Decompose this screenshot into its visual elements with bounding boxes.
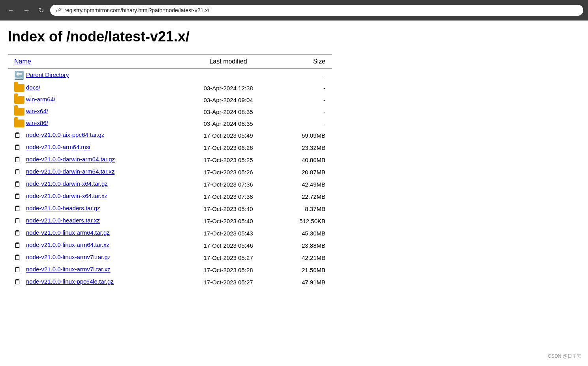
file-name-cell: 🔙Parent Directory xyxy=(8,69,179,82)
file-name-cell: win-x86/ xyxy=(8,118,179,129)
back-button[interactable]: ← xyxy=(5,5,17,16)
table-row: 🗒node-v21.0.0-aix-ppc64.tar.gz17-Oct-202… xyxy=(8,129,332,142)
file-size-cell: - xyxy=(278,82,332,94)
file-name-cell: 🗒node-v21.0.0-linux-armv7l.tar.xz xyxy=(8,264,179,276)
file-modified-cell: 03-Apr-2024 08:35 xyxy=(179,118,278,129)
forward-button[interactable]: → xyxy=(21,5,32,16)
parent-dir-icon: 🔙 xyxy=(14,71,26,80)
table-row: win-arm64/03-Apr-2024 09:04- xyxy=(8,94,332,106)
file-link[interactable]: node-v21.0.0-headers.tar.xz xyxy=(26,217,100,224)
file-modified-cell: 17-Oct-2023 05:49 xyxy=(179,129,278,142)
file-link[interactable]: node-v21.0.0-headers.tar.gz xyxy=(26,205,100,212)
file-name-cell: 🗒node-v21.0.0-darwin-x64.tar.xz xyxy=(8,190,179,203)
table-row: 🗒node-v21.0.0-linux-armv7l.tar.gz17-Oct-… xyxy=(8,252,332,264)
file-link[interactable]: win-x86/ xyxy=(26,120,48,126)
file-size-cell: 8.37MB xyxy=(278,203,332,215)
table-row: 🗒node-v21.0.0-headers.tar.xz17-Oct-2023 … xyxy=(8,215,332,227)
file-link[interactable]: win-arm64/ xyxy=(26,96,55,103)
file-modified-cell: 03-Apr-2024 09:04 xyxy=(179,94,278,106)
col-header-name: Name xyxy=(8,55,179,69)
file-link[interactable]: docs/ xyxy=(26,84,40,91)
table-row: win-x86/03-Apr-2024 08:35- xyxy=(8,118,332,129)
file-modified-cell: 17-Oct-2023 05:40 xyxy=(179,215,278,227)
url-text: registry.npmmirror.com/binary.html?path=… xyxy=(64,7,209,13)
table-row: 🗒node-v21.0.0-darwin-x64.tar.xz17-Oct-20… xyxy=(8,190,332,203)
file-link[interactable]: node-v21.0.0-linux-armv7l.tar.gz xyxy=(26,254,111,261)
file-name-cell: 🗒node-v21.0.0-linux-arm64.tar.xz xyxy=(8,239,179,252)
file-link[interactable]: node-v21.0.0-linux-armv7l.tar.xz xyxy=(26,266,110,273)
file-name-cell: docs/ xyxy=(8,82,179,94)
file-icon: 🗒 xyxy=(14,217,26,225)
file-icon: 🗒 xyxy=(14,180,26,189)
file-name-cell: win-x64/ xyxy=(8,106,179,118)
col-header-size: Size xyxy=(278,55,332,69)
file-size-cell: 47.91MB xyxy=(278,276,332,288)
file-modified-cell: 17-Oct-2023 05:25 xyxy=(179,154,278,166)
table-row: win-x64/03-Apr-2024 08:35- xyxy=(8,106,332,118)
file-size-cell: - xyxy=(278,69,332,82)
table-row: 🗒node-v21.0.0-linux-ppc64le.tar.gz17-Oct… xyxy=(8,276,332,288)
file-icon: 🗒 xyxy=(14,254,26,262)
file-modified-cell: 17-Oct-2023 07:36 xyxy=(179,178,278,190)
table-row: 🗒node-v21.0.0-darwin-arm64.tar.xz17-Oct-… xyxy=(8,166,332,178)
table-row: 🗒node-v21.0.0-linux-arm64.tar.xz17-Oct-2… xyxy=(8,239,332,252)
file-icon: 🗒 xyxy=(14,266,26,274)
file-size-cell: 23.88MB xyxy=(278,239,332,252)
table-row: 🗒node-v21.0.0-darwin-x64.tar.gz17-Oct-20… xyxy=(8,178,332,190)
file-name-cell: 🗒node-v21.0.0-darwin-arm64.tar.gz xyxy=(8,154,179,166)
file-link[interactable]: node-v21.0.0-linux-ppc64le.tar.gz xyxy=(26,278,114,285)
table-row: 🗒node-v21.0.0-linux-armv7l.tar.xz17-Oct-… xyxy=(8,264,332,276)
file-link[interactable]: node-v21.0.0-darwin-arm64.tar.xz xyxy=(26,168,115,175)
file-name-cell: 🗒node-v21.0.0-headers.tar.xz xyxy=(8,215,179,227)
file-size-cell: 40.80MB xyxy=(278,154,332,166)
table-row: docs/03-Apr-2024 12:38- xyxy=(8,82,332,94)
file-icon: 🗒 xyxy=(14,205,26,213)
table-row: 🗒node-v21.0.0-darwin-arm64.tar.gz17-Oct-… xyxy=(8,154,332,166)
folder-icon xyxy=(14,120,26,127)
name-sort-link[interactable]: Name xyxy=(14,58,31,65)
file-size-cell: 42.21MB xyxy=(278,252,332,264)
browser-chrome: ← → ↻ ☍ registry.npmmirror.com/binary.ht… xyxy=(0,0,588,21)
file-link[interactable]: node-v21.0.0-darwin-arm64.tar.gz xyxy=(26,156,115,163)
file-icon: 🗒 xyxy=(14,278,26,286)
file-link[interactable]: Parent Directory xyxy=(26,71,69,78)
file-icon: 🗒 xyxy=(14,156,26,164)
refresh-button[interactable]: ↻ xyxy=(36,5,46,16)
file-link[interactable]: node-v21.0.0-linux-arm64.tar.xz xyxy=(26,242,109,248)
file-name-cell: win-arm64/ xyxy=(8,94,179,106)
file-icon: 🗒 xyxy=(14,131,26,140)
table-row: 🗒node-v21.0.0-arm64.msi17-Oct-2023 06:26… xyxy=(8,142,332,154)
table-row: 🗒node-v21.0.0-linux-arm64.tar.gz17-Oct-2… xyxy=(8,227,332,239)
file-modified-cell: 17-Oct-2023 05:40 xyxy=(179,203,278,215)
folder-icon xyxy=(14,84,26,92)
page-content: Index of /node/latest-v21.x/ Name Last m… xyxy=(0,21,588,304)
file-size-cell: 45.30MB xyxy=(278,227,332,239)
file-link[interactable]: node-v21.0.0-darwin-x64.tar.gz xyxy=(26,181,108,187)
table-row: 🗒node-v21.0.0-headers.tar.gz17-Oct-2023 … xyxy=(8,203,332,215)
file-modified-cell: 17-Oct-2023 05:26 xyxy=(179,166,278,178)
address-bar[interactable]: ☍ registry.npmmirror.com/binary.html?pat… xyxy=(50,5,583,16)
file-icon: 🗒 xyxy=(14,168,26,176)
file-name-cell: 🗒node-v21.0.0-headers.tar.gz xyxy=(8,203,179,215)
file-size-cell: 59.09MB xyxy=(278,129,332,142)
file-link[interactable]: node-v21.0.0-darwin-x64.tar.xz xyxy=(26,193,107,200)
file-modified-cell: 17-Oct-2023 05:46 xyxy=(179,239,278,252)
file-modified-cell: 17-Oct-2023 05:43 xyxy=(179,227,278,239)
file-icon: 🗒 xyxy=(14,144,26,152)
security-icon: ☍ xyxy=(56,7,61,13)
file-link[interactable]: node-v21.0.0-linux-arm64.tar.gz xyxy=(26,230,110,236)
file-name-cell: 🗒node-v21.0.0-aix-ppc64.tar.gz xyxy=(8,129,179,142)
file-link[interactable]: node-v21.0.0-aix-ppc64.tar.gz xyxy=(26,132,104,138)
file-link[interactable]: node-v21.0.0-arm64.msi xyxy=(26,144,90,151)
file-link[interactable]: win-x64/ xyxy=(26,108,48,114)
col-header-modified: Last modified xyxy=(179,55,278,69)
file-icon: 🗒 xyxy=(14,241,26,250)
file-modified-cell: 03-Apr-2024 12:38 xyxy=(179,82,278,94)
file-icon: 🗒 xyxy=(14,192,26,201)
folder-icon xyxy=(14,96,26,104)
file-name-cell: 🗒node-v21.0.0-linux-arm64.tar.gz xyxy=(8,227,179,239)
file-size-cell: - xyxy=(278,94,332,106)
file-modified-cell: 17-Oct-2023 05:28 xyxy=(179,264,278,276)
file-modified-cell: 17-Oct-2023 05:27 xyxy=(179,276,278,288)
page-title: Index of /node/latest-v21.x/ xyxy=(8,28,572,45)
